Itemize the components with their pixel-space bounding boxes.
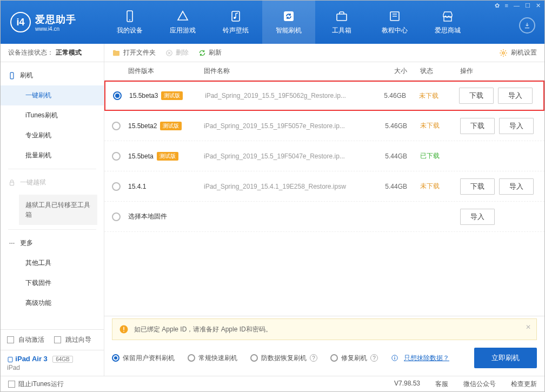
opt-normal[interactable]: 常规快速刷机: [188, 354, 237, 363]
fw-version: 15.4.1: [128, 183, 204, 190]
erase-link[interactable]: 只想抹除数据？: [404, 354, 449, 363]
import-button[interactable]: 导入: [499, 118, 534, 134]
block-itunes-checkbox[interactable]: [8, 381, 15, 388]
sidebar-item-advanced[interactable]: 高级功能: [1, 293, 104, 313]
import-button[interactable]: 导入: [499, 178, 534, 195]
fw-filename: iPad_Spring_2019_15.5_19F5062g_Restore.i…: [205, 92, 363, 99]
download-button[interactable]: 下载: [460, 178, 495, 195]
flash-settings-button[interactable]: 刷机设置: [499, 48, 537, 57]
sidebar-item-itunes[interactable]: iTunes刷机: [1, 105, 104, 125]
fw-radio[interactable]: [113, 91, 122, 100]
opt-keepdata[interactable]: 保留用户资料刷机: [112, 354, 175, 363]
info-icon: [391, 354, 398, 362]
fw-status: 未下载: [406, 91, 449, 101]
fw-filename: iPad_Spring_2019_15.5_19F5047e_Restore.i…: [204, 152, 364, 160]
nav-apps[interactable]: 应用游戏: [156, 1, 209, 44]
svg-rect-22: [123, 331, 124, 332]
firmware-row: 15.4.1iPad_Spring_2019_15.4.1_19E258_Res…: [104, 171, 544, 202]
device-info[interactable]: iPad Air 3 64GB iPad: [1, 350, 104, 376]
reload-icon: [198, 49, 206, 57]
appleid-notice: 如已绑定 Apple ID，请准备好 Apple ID和密码。 ✕: [112, 318, 537, 340]
refresh-button[interactable]: 刷新: [198, 48, 222, 57]
jailbreak-note: 越狱工具已转移至工具箱: [19, 195, 97, 225]
firmware-list: 15.5beta3测试版iPad_Spring_2019_15.5_19F506…: [104, 81, 544, 202]
download-button[interactable]: 下载: [460, 118, 495, 134]
nav-flash[interactable]: 智能刷机: [262, 1, 315, 44]
update-link[interactable]: 检查更新: [511, 380, 537, 389]
svg-rect-11: [10, 182, 14, 185]
local-import-button[interactable]: 导入: [460, 209, 495, 225]
minimize-button[interactable]: —: [514, 2, 520, 9]
notice-close-icon[interactable]: ✕: [526, 323, 531, 331]
logo-area: i4 爱思助手 www.i4.cn: [1, 12, 103, 32]
help-icon[interactable]: ?: [370, 354, 378, 362]
nav-tutorials[interactable]: 教程中心: [368, 1, 421, 44]
nav-toolbox[interactable]: 工具箱: [315, 1, 368, 44]
flash-options: 保留用户资料刷机 常规快速刷机 防数据恢复刷机? 修复刷机? 只想抹除数据？ 立…: [104, 340, 544, 376]
col-version: 固件版本: [128, 67, 204, 76]
music-icon: [229, 10, 242, 23]
apps-icon: [176, 10, 189, 23]
open-folder-button[interactable]: 打开文件夹: [112, 48, 156, 57]
connection-status: 设备连接状态： 正常模式: [1, 44, 104, 62]
toolbar: 打开文件夹 删除 刷新 刷机设置: [104, 44, 544, 62]
app-url: www.i4.cn: [35, 26, 76, 32]
download-button[interactable]: 下载: [459, 88, 494, 104]
settings-icon[interactable]: ✿: [495, 2, 500, 9]
svg-rect-4: [284, 11, 294, 21]
opt-antiloss[interactable]: 防数据恢复刷机?: [250, 354, 317, 363]
nav-store[interactable]: 爱思商城: [421, 1, 474, 44]
fw-version: 15.5beta2测试版: [128, 122, 204, 130]
help-icon[interactable]: ?: [310, 354, 317, 362]
sidebar-head-jailbreak: 一键越狱: [1, 172, 104, 192]
delete-button[interactable]: 删除: [165, 48, 189, 57]
beta-badge: 测试版: [160, 122, 182, 130]
col-ops: 操作: [450, 67, 537, 76]
close-button[interactable]: ✕: [536, 2, 541, 9]
sidebar-item-pro[interactable]: 专业刷机: [1, 125, 104, 145]
download-manager-icon[interactable]: [519, 17, 535, 34]
sidebar-head-flash[interactable]: 刷机: [1, 65, 104, 85]
activate-row: 自动激活 跳过向导: [1, 329, 104, 350]
auto-activate-checkbox[interactable]: [7, 336, 14, 343]
nav-my-device[interactable]: 我的设备: [103, 1, 156, 44]
beta-badge: 测试版: [157, 152, 178, 161]
sidebar-item-other[interactable]: 其他工具: [1, 253, 104, 273]
book-icon: [388, 10, 401, 23]
warning-icon: [119, 324, 129, 334]
gear-icon: [499, 49, 508, 57]
nav-ringtones[interactable]: 铃声壁纸: [209, 1, 262, 44]
svg-rect-10: [10, 72, 14, 79]
support-link[interactable]: 客服: [435, 380, 448, 389]
svg-point-1: [129, 19, 130, 21]
skip-guide-checkbox[interactable]: [54, 336, 61, 343]
sidebar-item-oneclick[interactable]: 一键刷机: [1, 85, 104, 105]
footer: 阻止iTunes运行 V7.98.53 客服 微信公众号 检查更新: [1, 376, 544, 392]
maximize-button[interactable]: ☐: [525, 2, 530, 9]
sidebar-item-download[interactable]: 下载固件: [1, 273, 104, 293]
fw-version: 15.5beta3测试版: [129, 91, 205, 100]
flash-now-button[interactable]: 立即刷机: [474, 348, 537, 368]
sidebar-item-batch[interactable]: 批量刷机: [1, 145, 104, 165]
col-size: 大小: [364, 67, 407, 76]
fw-radio[interactable]: [112, 182, 121, 191]
toolbox-icon: [335, 10, 348, 23]
fw-filename: iPad_Spring_2019_15.4.1_19E258_Restore.i…: [204, 183, 364, 190]
beta-badge: 测试版: [161, 91, 183, 100]
menu-icon[interactable]: ≡: [505, 2, 508, 9]
wechat-link[interactable]: 微信公众号: [463, 380, 496, 389]
fw-radio[interactable]: [112, 152, 121, 161]
content-area: 打开文件夹 删除 刷新 刷机设置 固件版本 固件名称 大小 状态 操作 15.5…: [104, 44, 544, 376]
more-icon: [8, 240, 16, 247]
fw-size: 5.44GB: [364, 183, 407, 190]
firmware-row: 15.5beta3测试版iPad_Spring_2019_15.5_19F506…: [104, 81, 544, 111]
sidebar-head-more[interactable]: 更多: [1, 233, 104, 253]
fw-radio[interactable]: [112, 122, 121, 130]
folder-icon: [112, 49, 121, 57]
phone-icon: [8, 72, 16, 79]
opt-repair[interactable]: 修复刷机?: [330, 354, 378, 363]
fw-size: 5.46GB: [364, 122, 407, 130]
import-button[interactable]: 导入: [498, 88, 533, 104]
delete-icon: [165, 49, 173, 57]
local-fw-radio[interactable]: [112, 212, 121, 221]
